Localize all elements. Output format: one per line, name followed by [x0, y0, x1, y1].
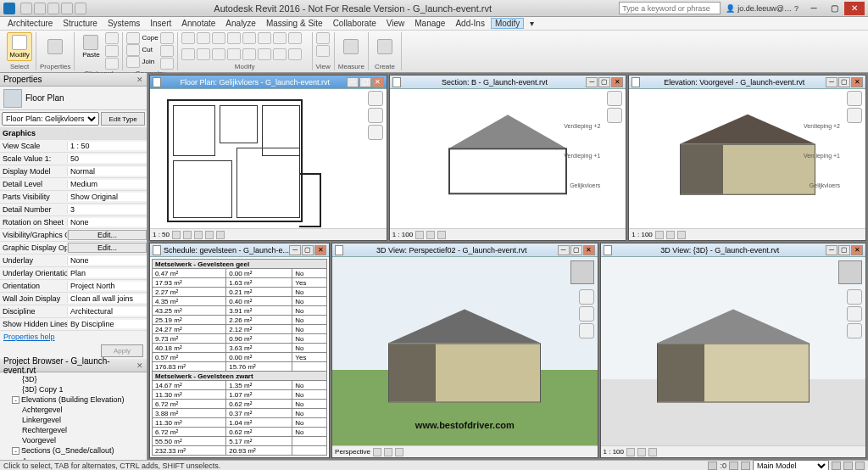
menu-addins[interactable]: Add-Ins — [451, 19, 488, 28]
view-perspective-titlebar[interactable]: 3D View: Perspectief02 - G_launch-event.… — [332, 243, 597, 257]
offset-icon[interactable] — [197, 32, 210, 44]
menu-collaborate[interactable]: Collaborate — [329, 19, 381, 28]
nav-home-icon[interactable] — [607, 91, 622, 106]
schedule-row[interactable]: 40.18 m²3.63 m²No — [153, 344, 327, 353]
instance-selector[interactable]: Floor Plan: Gelijkvloers — [2, 112, 99, 126]
qat-save-icon[interactable] — [34, 3, 46, 14]
view-max-icon[interactable]: ▢ — [598, 77, 610, 87]
property-row[interactable]: Underlay OrientationPlan — [0, 267, 147, 280]
vs-icon[interactable] — [205, 231, 214, 239]
type-selector[interactable]: Floor Plan — [0, 87, 147, 110]
view-max-icon[interactable]: ▢ — [838, 77, 850, 87]
vs-icon[interactable] — [384, 448, 392, 456]
sb-icon[interactable] — [832, 462, 841, 470]
nav-pan-icon[interactable] — [847, 306, 862, 322]
menu-systems[interactable]: Systems — [103, 19, 144, 28]
schedule-row[interactable]: 25.19 m²2.26 m²No — [153, 316, 327, 325]
view-cube[interactable] — [570, 260, 594, 284]
paste-button[interactable]: Paste — [78, 32, 103, 61]
view-3d[interactable]: 3D View: {3D} - G_launch-event.rvt ─▢✕ 1… — [600, 243, 866, 458]
tree-item[interactable]: -Sections (G_Snede/callout) — [2, 445, 145, 456]
rotate-icon[interactable] — [258, 32, 271, 44]
vs-icon[interactable] — [172, 231, 181, 239]
user-area[interactable]: 👤 jo.de.leeuw@… ? — [726, 4, 798, 13]
nav-pan-icon[interactable] — [368, 125, 383, 140]
view-min-icon[interactable]: ─ — [347, 77, 359, 87]
delete-icon[interactable] — [242, 48, 256, 60]
schedule-row[interactable]: 11.30 m²1.07 m²No — [153, 390, 327, 400]
vs-icon[interactable] — [373, 448, 381, 456]
schedule-row[interactable]: 6.72 m²0.62 m²No — [153, 428, 327, 437]
view-min-icon[interactable]: ─ — [558, 245, 570, 255]
property-row[interactable]: UnderlayNone — [0, 255, 147, 267]
schedule-row[interactable]: 232.33 m²20.93 m² — [153, 446, 327, 456]
menu-insert[interactable]: Insert — [146, 19, 175, 28]
workset-selector[interactable]: Main Model — [753, 460, 829, 471]
tree-item[interactable]: Rechtergevel — [2, 425, 145, 435]
floorplan-canvas[interactable] — [150, 89, 387, 228]
vs-icon[interactable] — [216, 231, 225, 239]
property-row[interactable]: Show Hidden LinesBy Discipline — [0, 318, 147, 331]
create-button[interactable] — [372, 32, 398, 61]
tree-item[interactable]: A — [2, 456, 145, 460]
view-min-icon[interactable]: ─ — [289, 245, 301, 255]
minimize-button[interactable]: ─ — [804, 2, 824, 15]
mod-icon-c[interactable] — [288, 48, 302, 60]
view-elevation-titlebar[interactable]: Elevation: Voorgevel - G_launch-event.rv… — [629, 76, 865, 89]
copy-icon[interactable] — [105, 45, 119, 57]
vs-icon[interactable] — [637, 448, 646, 456]
properties-help-link[interactable]: Properties help — [0, 331, 147, 343]
view-max-icon[interactable]: ▢ — [359, 77, 371, 87]
align-icon[interactable] — [181, 32, 195, 44]
vs-icon[interactable] — [677, 231, 686, 239]
panel-close-icon[interactable]: ✕ — [136, 361, 143, 370]
view-section[interactable]: Section: B - G_launch-event.rvt ─▢✕ Verd… — [389, 75, 627, 241]
schedule-row[interactable]: 14.67 m²1.35 m²No — [153, 381, 327, 390]
nav-wheel-icon[interactable] — [579, 289, 594, 305]
schedule-row[interactable]: 3.88 m²0.37 m²No — [153, 409, 327, 418]
vs-icon[interactable] — [648, 448, 657, 456]
cut-geom-button[interactable]: Cut — [126, 44, 158, 55]
view-close-icon[interactable]: ✕ — [851, 245, 863, 255]
sb-icon[interactable] — [729, 462, 738, 470]
search-input[interactable] — [619, 2, 721, 14]
help-icon[interactable]: ? — [794, 4, 798, 13]
menu-annotate[interactable]: Annotate — [177, 19, 220, 28]
property-row[interactable]: DisciplineArchitectural — [0, 305, 147, 318]
schedule-row[interactable]: 24.27 m²2.12 m²No — [153, 325, 327, 334]
property-row[interactable]: Wall Join DisplayClean all wall joins — [0, 293, 147, 305]
nav-home-icon[interactable] — [847, 91, 862, 106]
schedule-row[interactable]: 0.47 m²0.00 m²No — [153, 269, 327, 278]
panel-close-icon[interactable]: ✕ — [136, 76, 143, 84]
maximize-button[interactable]: ▢ — [824, 2, 844, 15]
nav-wheel-icon[interactable] — [847, 289, 862, 305]
view-icon-b[interactable] — [316, 45, 330, 57]
view-schedule-titlebar[interactable]: Schedule: gevelsteen - G_launch-e... ─▢✕ — [150, 243, 329, 257]
view-close-icon[interactable]: ✕ — [611, 77, 623, 87]
schedule-row[interactable]: 11.30 m²1.04 m²No — [153, 418, 327, 428]
property-row[interactable]: View Scale1 : 50 — [0, 140, 147, 153]
menu-view[interactable]: View — [382, 19, 409, 28]
view-schedule[interactable]: Schedule: gevelsteen - G_launch-e... ─▢✕… — [149, 243, 330, 458]
menu-analyze[interactable]: Analyze — [221, 19, 260, 28]
section-canvas[interactable]: Verdieping +2 Verdieping +1 Gelijkvloers — [390, 89, 626, 228]
perspective-canvas[interactable]: www.bestofdriver.com — [332, 257, 597, 445]
tree-item[interactable]: Voorgevel — [2, 435, 145, 445]
property-row[interactable]: Detail Number3 — [0, 204, 147, 216]
qat-open-icon[interactable] — [20, 3, 32, 14]
properties-panel-header[interactable]: Properties ✕ — [0, 73, 147, 87]
matchtype-icon[interactable] — [105, 58, 119, 70]
graphics-category[interactable]: Graphics — [0, 127, 147, 140]
qat-undo-icon[interactable] — [47, 3, 59, 14]
sb-filter-icon[interactable] — [855, 462, 865, 470]
vs-icon[interactable] — [426, 231, 435, 239]
properties-button[interactable] — [42, 32, 68, 61]
view-close-icon[interactable]: ✕ — [314, 245, 326, 255]
schedule-row[interactable]: 17.93 m²1.63 m²Yes — [153, 278, 327, 288]
vs-icon[interactable] — [666, 231, 675, 239]
mirror-icon[interactable] — [212, 32, 225, 44]
tree-item[interactable]: Achtergevel — [2, 405, 145, 415]
view-cube[interactable] — [838, 260, 862, 284]
property-row[interactable]: Display ModelNormal — [0, 165, 147, 178]
schedule-canvas[interactable]: Metselwerk - Gevelsteen geel0.47 m²0.00 … — [150, 257, 329, 457]
